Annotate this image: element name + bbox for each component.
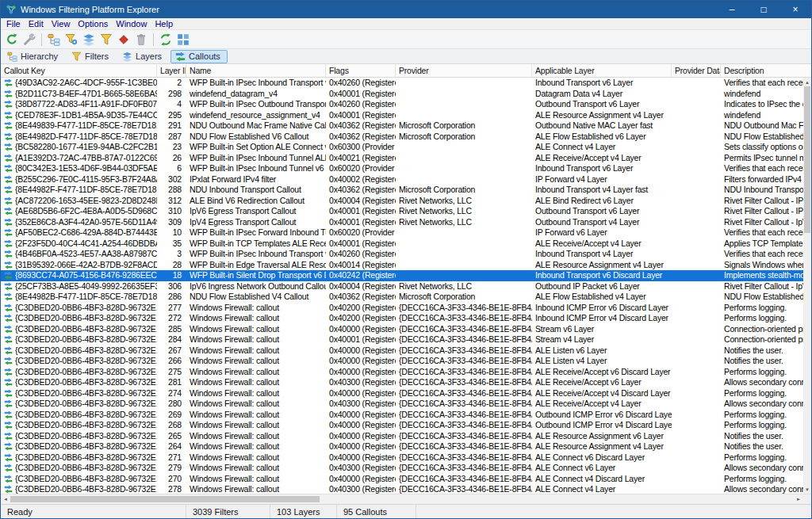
- sync-button[interactable]: [157, 31, 174, 48]
- menu-item-edit[interactable]: Edit: [25, 18, 48, 29]
- table-row[interactable]: {C3DBED20-0BB6-4BF3-828D-96732E1E02...27…: [1, 463, 803, 474]
- column-header-provider-data[interactable]: Provider Data: [672, 64, 721, 77]
- table-row[interactable]: {8E449839-F477-11DF-85CE-78E7D181019D}29…: [1, 120, 803, 132]
- column-header-description[interactable]: Description: [721, 64, 811, 77]
- table-row[interactable]: {352E86C8-A3F4-42A0-957E-56D11A4901...30…: [1, 217, 803, 228]
- delete-button[interactable]: [132, 31, 150, 48]
- tab-filters[interactable]: Filters: [67, 50, 116, 63]
- column-header-name[interactable]: Name: [186, 64, 326, 77]
- view-hierarchy-button[interactable]: [45, 31, 63, 48]
- grid-view-button[interactable]: [174, 31, 192, 48]
- close-button[interactable]: ×: [779, 1, 811, 18]
- app-window: Windows Filtering Platform Explorer –□× …: [0, 0, 812, 519]
- filter-icon: [100, 33, 113, 46]
- table-row[interactable]: {8693CC74-A075-4156-B476-9286EECE8...18W…: [1, 270, 803, 281]
- table-row[interactable]: {C3DBED20-0BB6-4BF3-828D-96732E1E07...26…: [1, 356, 803, 367]
- vertical-scrollbar[interactable]: ▲ ▼: [803, 78, 811, 494]
- cell-flags: 0x40260 (Registered): [326, 99, 396, 110]
- table-row[interactable]: {25CF73B3-A8E5-4049-9992-26635EF36477}30…: [1, 281, 803, 292]
- table-row[interactable]: {C3DBED20-0BB6-4BF3-828D-96732E1E03...28…: [1, 399, 803, 410]
- table-row[interactable]: {8E44982D-F477-11DF-85CE-78E7D18101...28…: [1, 132, 803, 143]
- table-row[interactable]: {C3DBED20-0BB6-4BF3-828D-96732E1E05...26…: [1, 441, 803, 452]
- minimize-button[interactable]: –: [716, 1, 748, 18]
- table-row[interactable]: {C3DBED20-0BB6-4BF3-828D-96732E1E16...27…: [1, 367, 803, 378]
- table-row[interactable]: {C3DBED20-0BB6-4BF3-828D-96732E1E17...27…: [1, 474, 803, 485]
- table-row[interactable]: {B255C296-7E0C-4115-95F3-B7F24A8A11...30…: [1, 174, 803, 185]
- tab-callouts[interactable]: Callouts: [170, 50, 228, 63]
- column-header-flags[interactable]: Flags: [326, 64, 396, 77]
- menu-item-help[interactable]: Help: [151, 18, 177, 29]
- table-row[interactable]: {AF50BEC2-C686-429A-884D-B74443E7B0...10…: [1, 227, 803, 239]
- table-row[interactable]: {C3DBED20-0BB6-4BF3-828D-96732E1E18...27…: [1, 452, 803, 464]
- table-row[interactable]: {AC872206-1653-45EE-9823-2D8D248BA2...31…: [1, 196, 803, 207]
- callout-key-text: {8E44982F-F477-11DF-85CE-78E7D181019D}: [15, 185, 157, 195]
- table-row[interactable]: {C3DBED20-0BB6-4BF3-828D-96732E1E04...28…: [1, 377, 803, 388]
- title-bar[interactable]: Windows Filtering Platform Explorer –□×: [1, 1, 811, 18]
- table-row[interactable]: {2F23F5D0-40C4-4C41-A254-46DBDBA89...35W…: [1, 239, 803, 250]
- table-row[interactable]: {C3DBED20-0BB6-4BF3-828D-96732E1E10...27…: [1, 303, 803, 314]
- table-row[interactable]: {4B46BF0A-4523-4E57-AA38-A87987C910...3W…: [1, 249, 803, 260]
- vertical-scroll-track[interactable]: [803, 86, 811, 485]
- table-row[interactable]: {C3DBED20-0BB6-4BF3-828D-96732E1E12...26…: [1, 410, 803, 421]
- cell-flags: 0x40362 (Registered): [326, 292, 396, 303]
- table-row[interactable]: {C3DBED20-0BB6-4BF3-828D-96732E1E15...27…: [1, 388, 803, 399]
- view-filters-button[interactable]: [98, 31, 115, 48]
- table-row[interactable]: {C3DBED20-0BB6-4BF3-828D-96732E1E0D...28…: [1, 334, 803, 345]
- cell-flags: 0x40000 (Registered): [326, 474, 396, 485]
- horizontal-scroll-track[interactable]: [320, 494, 794, 504]
- table-row[interactable]: {38D87722-AD83-4F11-A91F-DF0FB07722...4W…: [1, 99, 803, 110]
- scroll-right-arrow[interactable]: ►: [794, 494, 803, 504]
- horizontal-scrollbar[interactable]: ◄ ►: [1, 494, 811, 504]
- cell-provider-data: [672, 174, 721, 185]
- callouts-table: Callout KeyLayer IDNameFlagsProviderAppl…: [1, 64, 811, 494]
- callout-key-text: {B255C296-7E0C-4115-95F3-B7F24A8A11...: [15, 174, 157, 185]
- cell-name: Windows Firewall: callout: [186, 484, 326, 494]
- maximize-button[interactable]: □: [748, 1, 779, 18]
- cell-flags: 0x40001 (Registered): [326, 89, 396, 100]
- table-row[interactable]: {C3DBED20-0BB6-4BF3-828D-96732E1E0E...28…: [1, 324, 803, 335]
- table-row[interactable]: {C3DBED20-0BB6-4BF3-828D-96732E1E08...26…: [1, 345, 803, 357]
- vertical-scroll-thumb[interactable]: [804, 86, 810, 233]
- view-providers-button[interactable]: [63, 31, 80, 48]
- table-row[interactable]: {8E44982F-F477-11DF-85CE-78E7D181019D}28…: [1, 185, 803, 196]
- table-row[interactable]: {C3DBED20-0BB6-4BF3-828D-96732E1E13...26…: [1, 420, 803, 431]
- menu-item-file[interactable]: File: [2, 18, 25, 29]
- table-row[interactable]: {A1E392D3-72AC-47BB-87A7-0122C69434...26…: [1, 153, 803, 164]
- properties-button[interactable]: [21, 31, 38, 48]
- table-row[interactable]: {CED78E3F-1DB1-4B5A-9D35-7E44CC907...295…: [1, 110, 803, 121]
- table-row[interactable]: {8E44982B-F477-11DF-85CE-78E7D18101...28…: [1, 292, 803, 303]
- menu-item-window[interactable]: Window: [112, 18, 151, 29]
- refresh-button[interactable]: [3, 31, 21, 48]
- horizontal-scroll-thumb[interactable]: [10, 496, 320, 502]
- boot-time-filters-button[interactable]: [115, 31, 132, 48]
- table-row[interactable]: {49D3AC92-2A6C-4DCF-955F-1C3BE009D0...2W…: [1, 78, 803, 89]
- column-header-layer-id[interactable]: Layer ID: [157, 64, 186, 77]
- tab-hierarchy[interactable]: Hierarchy: [2, 50, 65, 63]
- table-row[interactable]: {BC582280-1677-41E9-94AB-C2FC2B15C2E...2…: [1, 142, 803, 153]
- column-header-applicable-layer[interactable]: Applicable Layer: [532, 64, 672, 77]
- cell-flags: 0x40200 (Registered): [326, 303, 396, 314]
- column-header-provider[interactable]: Provider: [396, 64, 532, 77]
- table-row[interactable]: {31B95392-066E-42A2-B7DB-92F8ACDD5...28W…: [1, 260, 803, 271]
- scroll-up-arrow[interactable]: ▲: [803, 78, 811, 86]
- cell-callout-key: {C3DBED20-0BB6-4BF3-828D-96732E1E04...: [1, 377, 157, 388]
- cell-provider-data: [672, 303, 721, 314]
- table-row[interactable]: {AE68D5B6-6F2C-4E8A-A0D5-5D968CAD...310I…: [1, 206, 803, 217]
- scroll-left-arrow[interactable]: ◄: [1, 494, 10, 504]
- table-row[interactable]: {C3DBED20-0BB6-4BF3-828D-96732E1E01...27…: [1, 484, 803, 494]
- table-row[interactable]: {C3DBED20-0BB6-4BF3-828D-96732E1E11...27…: [1, 313, 803, 324]
- cell-layer-id: 6: [157, 163, 186, 174]
- table-row[interactable]: {B2D11C73-B4EF-47D1-B665-58E6BA9EF2...29…: [1, 89, 803, 100]
- table-row[interactable]: {C3DBED20-0BB6-4BF3-828D-96732E1E06...26…: [1, 431, 803, 442]
- cell-provider: {DECC16CA-3F33-4346-BE1E-8FB4AE0F3D62}: [396, 452, 532, 464]
- hierarchy-icon: [48, 33, 60, 46]
- table-row[interactable]: {80C342E3-1E53-4D6F-9B44-03DF5AEEE1...6W…: [1, 163, 803, 174]
- status-3039-filters: 3039 Filters: [186, 505, 270, 518]
- cell-name: WFP Built-in IPsec Inbound Tunnel v6 Lay…: [186, 163, 326, 174]
- column-header-callout-key[interactable]: Callout Key: [1, 64, 157, 77]
- menu-item-view[interactable]: View: [48, 18, 75, 29]
- scroll-down-arrow[interactable]: ▼: [803, 485, 811, 494]
- menu-item-options[interactable]: Options: [74, 18, 112, 29]
- view-layers-button[interactable]: [80, 31, 98, 48]
- tab-layers[interactable]: Layers: [117, 50, 169, 63]
